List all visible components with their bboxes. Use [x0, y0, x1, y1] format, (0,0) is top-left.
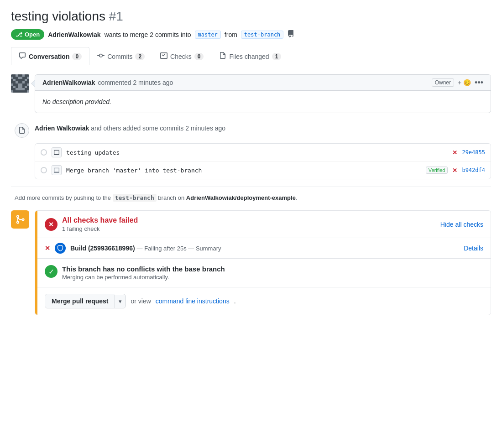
tab-files-changed-count: 1 [272, 53, 282, 60]
merge-dropdown-button[interactable]: ▾ [115, 295, 126, 308]
commit-row-1: testing updates ✕ 29e4855 [35, 144, 491, 161]
push-notice-repo[interactable]: AdrienWalkowiak/deployment-example [186, 194, 296, 201]
commits-added-icon [15, 123, 29, 138]
checks-header-left: ✕ All checks have failed 1 failing check [45, 216, 138, 232]
commits-list: testing updates ✕ 29e4855 Merge branch '… [35, 143, 491, 179]
content-area: AdrienWalkowiak commented 2 minutes ago … [11, 65, 491, 315]
checks-title-area: All checks have failed 1 failing check [62, 216, 138, 232]
timeline-author[interactable]: Adrien Walkowiak [35, 125, 89, 132]
comment-actions: Owner + 😊 ••• [432, 78, 483, 87]
tabs-container: Conversation 0 Commits 2 Checks 0 Files … [11, 47, 491, 65]
comment-menu-button[interactable]: ••• [475, 78, 483, 87]
checks-icon [160, 52, 167, 61]
pr-status-icon: ⎇ [16, 31, 22, 38]
success-icon: ✓ [45, 265, 58, 278]
build-summary: Summary [196, 245, 221, 252]
no-conflict-title: This branch has no conflicts with the ba… [62, 265, 225, 273]
checks-panel: ✕ All checks have failed 1 failing check… [35, 210, 491, 315]
verified-badge: Verified [426, 167, 448, 174]
comment-section: AdrienWalkowiak commented 2 minutes ago … [11, 74, 491, 113]
pr-meta-action: wants to merge 2 commits into [105, 31, 191, 38]
chevron-down-icon: ▾ [119, 298, 122, 305]
push-notice: Add more commits by pushing to the test-… [11, 194, 491, 201]
files-icon [219, 52, 226, 61]
check-fail-icon: ✕ [45, 245, 50, 252]
checks-title: All checks have failed [62, 216, 138, 224]
commit-fail-icon-2: ✕ [452, 167, 457, 174]
pr-source-branch[interactable]: test-branch [241, 31, 283, 39]
commit-dot-2 [41, 167, 47, 173]
no-conflict-sub: Merging can be performed automatically. [62, 274, 225, 281]
timeline-event-time: 2 minutes ago [185, 125, 225, 132]
check-row-build: ✕ Build (259936618996) — Failing after 2… [37, 238, 491, 259]
commit-dot-1 [41, 149, 47, 156]
pr-from-text: from [225, 31, 237, 38]
comment-time: commented 2 minutes ago [98, 79, 173, 86]
checks-subtitle: 1 failing check [62, 225, 138, 232]
commit-fail-icon-1: ✕ [452, 149, 457, 156]
copy-branch-icon[interactable] [287, 30, 294, 39]
conversation-icon [19, 52, 26, 61]
build-name[interactable]: Build (259936618996) [70, 245, 135, 252]
timeline-event-text: Adrien Walkowiak and others added some c… [35, 123, 225, 132]
tab-files-changed[interactable]: Files changed 1 [211, 47, 289, 65]
merge-or-text: or view [131, 297, 151, 305]
pr-status-badge: ⎇ Open [11, 29, 44, 40]
checks-header: ✕ All checks have failed 1 failing check… [37, 211, 491, 238]
tab-checks-label: Checks [170, 53, 192, 60]
merge-area: Merge pull request ▾ or view command lin… [37, 287, 491, 315]
commits-icon [97, 52, 105, 61]
commit-msg-2: Merge branch 'master' into test-branch [66, 167, 421, 174]
avatar [11, 74, 29, 93]
tab-commits-label: Commits [107, 53, 132, 60]
add-reaction-button[interactable]: + 😊 [458, 79, 471, 86]
build-status: Failing after 25s [144, 245, 187, 252]
build-icon [55, 243, 66, 254]
commit-row-2: Merge branch 'master' into test-branch V… [35, 161, 491, 179]
command-line-link[interactable]: command line instructions [156, 297, 230, 305]
pr-title-text: testing violations [11, 9, 105, 23]
section-divider [11, 187, 491, 187]
commit-msg-1: testing updates [66, 149, 448, 156]
checks-outer-wrapper: ✕ All checks have failed 1 failing check… [11, 210, 491, 315]
pr-meta: ⎇ Open AdrienWalkowiak wants to merge 2 … [11, 29, 491, 40]
pr-status-text: Open [25, 31, 40, 38]
commit-icon-1 [52, 147, 62, 157]
tab-checks-count: 0 [194, 53, 204, 60]
fail-icon: ✕ [45, 218, 58, 231]
tab-commits-count: 2 [135, 53, 145, 60]
commit-icon-2 [52, 165, 62, 175]
tab-conversation-count: 0 [72, 53, 82, 60]
commit-hash-2[interactable]: b942df4 [462, 167, 485, 173]
merge-pull-request-button[interactable]: Merge pull request [45, 294, 115, 308]
tab-commits[interactable]: Commits 2 [89, 47, 152, 65]
checks-content: ✕ All checks have failed 1 failing check… [37, 211, 491, 315]
pr-title: testing violations #1 [11, 9, 491, 24]
no-conflict-row: ✓ This branch has no conflicts with the … [37, 259, 491, 287]
push-notice-branch: test-branch [113, 194, 157, 202]
tab-checks[interactable]: Checks 0 [152, 47, 211, 65]
owner-badge: Owner [432, 78, 454, 87]
comment-header: AdrienWalkowiak commented 2 minutes ago … [35, 75, 491, 91]
hide-checks-button[interactable]: Hide all checks [440, 221, 483, 228]
pr-target-branch[interactable]: master [195, 31, 221, 39]
comment-body-text: No description provided. [42, 98, 111, 105]
tab-conversation-label: Conversation [29, 53, 69, 60]
no-conflict-text: This branch has no conflicts with the ba… [62, 265, 225, 281]
tab-files-changed-label: Files changed [229, 53, 269, 60]
pr-number: #1 [109, 9, 123, 23]
comment-author[interactable]: AdrienWalkowiak [42, 79, 95, 86]
commit-hash-1[interactable]: 29e4855 [462, 149, 485, 156]
check-details: Build (259936618996) — Failing after 25s… [70, 245, 221, 252]
tab-conversation[interactable]: Conversation 0 [11, 47, 89, 65]
pr-meta-author: AdrienWalkowiak [48, 31, 100, 38]
details-link[interactable]: Details [464, 245, 483, 252]
comment-body: No description provided. [35, 91, 491, 113]
comment-bubble: AdrienWalkowiak commented 2 minutes ago … [35, 74, 491, 113]
timeline-commits-added: Adrien Walkowiak and others added some c… [15, 122, 491, 138]
merge-button-group: Merge pull request ▾ [45, 294, 126, 308]
checks-merge-icon [11, 210, 29, 229]
